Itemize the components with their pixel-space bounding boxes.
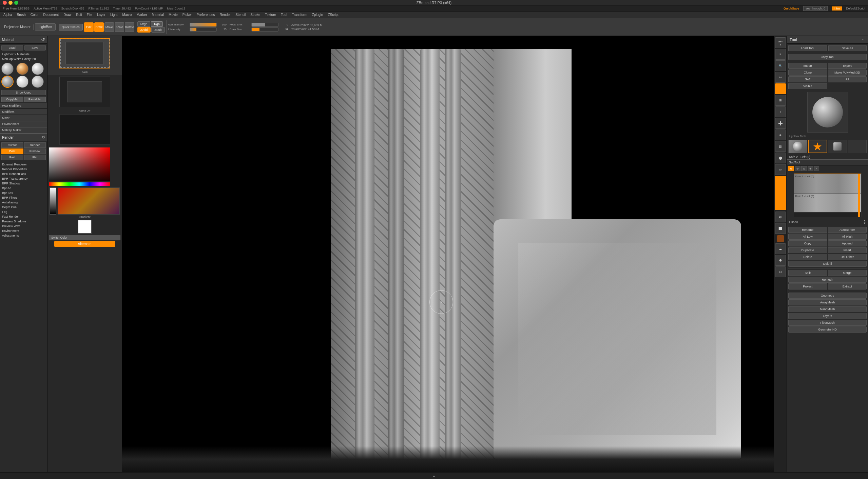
menu-document[interactable]: Document (41, 12, 61, 17)
subtool-item-2[interactable]: Knfe 2 - Left (0) (794, 194, 861, 213)
z-intensity-slider[interactable] (190, 27, 217, 32)
menu-texture[interactable]: Texture (263, 12, 278, 17)
show-used-btn[interactable]: Show Used (1, 90, 46, 95)
rgb-btn[interactable]: Rgb (151, 21, 163, 27)
rename-btn[interactable]: Rename (788, 227, 827, 233)
menu-tool[interactable]: Tool (279, 12, 289, 17)
scale-btn[interactable]: Scale (115, 22, 124, 32)
quick-sketch-btn[interactable]: Quick Sketch (59, 24, 83, 31)
material-save-btn[interactable]: Save (24, 45, 46, 51)
best-btn[interactable]: Best (1, 148, 23, 154)
all-low-btn[interactable]: All Low (788, 234, 827, 240)
del-other-btn[interactable]: Del Other (828, 254, 867, 260)
render-expand-icon[interactable]: ↺ (42, 135, 45, 140)
menu-stencil[interactable]: Stencil (233, 12, 248, 17)
delete-btn[interactable]: Delete (788, 254, 827, 260)
rotate-btn[interactable]: Rotate (125, 22, 134, 32)
tool-thumb-3[interactable] (828, 140, 847, 153)
preview-btn[interactable]: Preview (24, 148, 46, 154)
import-btn[interactable]: Import (788, 63, 827, 69)
quick-save[interactable]: QuickSave (784, 7, 799, 10)
copy-btn[interactable]: Copy (788, 240, 827, 246)
right-icon-10[interactable]: ▦ (775, 141, 786, 152)
subtool-item-1[interactable]: Knfe 2 - Left (0) (794, 174, 861, 194)
lightness-bar[interactable] (50, 187, 56, 215)
mrgb-btn[interactable]: Mrgb (137, 21, 151, 27)
alternate-btn[interactable]: Alternate (54, 241, 115, 247)
see-through[interactable]: see-through: 0 (803, 6, 828, 11)
extract-btn[interactable]: Extract (828, 283, 867, 290)
right-icon-8[interactable] (775, 118, 786, 129)
menu-stroke[interactable]: Stroke (248, 12, 262, 17)
geometry-btn[interactable]: Geometry (788, 293, 867, 299)
right-icon-11[interactable]: ⬤ (775, 153, 786, 163)
remesh-btn[interactable]: Remesh (788, 277, 867, 283)
menu-movie[interactable]: Movie (167, 12, 180, 17)
mat-sphere-1[interactable] (1, 63, 14, 75)
menu-zplugin[interactable]: Zplugin (310, 12, 325, 17)
right-icon-7[interactable]: ↕ (775, 106, 786, 117)
modifiers-section[interactable]: Modifiers (0, 109, 47, 115)
menu-preferences[interactable]: Preferences (195, 12, 217, 17)
fog[interactable]: Fog (0, 209, 47, 214)
right-icon-6[interactable]: ⊞ (775, 95, 786, 106)
projection-master-btn[interactable]: Projection Master (1, 24, 34, 30)
menu-macro[interactable]: Macro (120, 12, 134, 17)
right-icon-16[interactable]: ⊡ (775, 266, 786, 277)
subtool-toggle-5[interactable]: ≡ (814, 166, 819, 171)
menu-file[interactable]: File (85, 12, 94, 17)
preview-wax[interactable]: Preview Wax (0, 224, 47, 228)
adjustments[interactable]: Adjustments (0, 233, 47, 238)
menu-transform[interactable]: Transform (290, 12, 309, 17)
bpr-ao[interactable]: Bpr Ao (0, 186, 47, 191)
subtool-toggle-4[interactable]: ⊛ (808, 166, 813, 171)
duplicate-btn[interactable]: Duplicate (788, 247, 827, 253)
layers-btn[interactable]: Layers (788, 313, 867, 319)
material-expand-icon[interactable]: ↺ (41, 37, 45, 42)
append-btn[interactable]: Append (828, 240, 867, 246)
switch-color-btn[interactable]: SwitchColor (49, 235, 120, 240)
make-polymesh-btn[interactable]: Make PolyMesh3D (828, 69, 867, 76)
lightbox-materials-label[interactable]: Lightbox > Materials (0, 52, 47, 57)
bpr-transparency[interactable]: BPR Transparency (0, 176, 47, 181)
go2-btn[interactable]: Go2 (788, 76, 827, 82)
right-icon-zoom[interactable]: 🔍 (775, 60, 786, 71)
save-as-btn[interactable]: Save As (828, 45, 867, 51)
bpr-sos[interactable]: Bpr Sos (0, 191, 47, 195)
tool-thumb-1[interactable] (788, 140, 807, 153)
copy-tool-btn[interactable]: Copy Tool (788, 54, 867, 60)
right-icon-15[interactable]: ⬢ (775, 255, 786, 266)
focal-shift-slider[interactable] (251, 23, 278, 27)
split-btn[interactable]: Split (788, 270, 827, 276)
clone-btn[interactable]: Clone (788, 69, 827, 76)
color-area[interactable] (58, 187, 120, 215)
depth-cue[interactable]: Depth Cue (0, 205, 47, 209)
menu-marker[interactable]: Marker (134, 12, 149, 17)
second-canvas-thumb[interactable] (59, 77, 110, 107)
menu-draw[interactable]: Draw (61, 12, 73, 17)
maximize-button[interactable] (14, 1, 18, 5)
color-gradient[interactable] (49, 147, 110, 181)
export-btn[interactable]: Export (828, 63, 867, 69)
third-canvas-thumb[interactable] (59, 114, 110, 145)
right-icon-14[interactable]: ☁ (775, 243, 786, 254)
antialiasing[interactable]: Antialiasing (0, 200, 47, 205)
menu-layer[interactable]: Layer (95, 12, 108, 17)
mat-sphere-3[interactable] (32, 63, 44, 75)
color-indicator[interactable] (777, 235, 784, 242)
all-high-btn[interactable]: All High (828, 234, 867, 240)
menu-brush[interactable]: Brush (15, 12, 28, 17)
move-btn[interactable]: Move (104, 22, 114, 32)
copymat-btn[interactable]: CopyMat (1, 97, 23, 102)
wax-modifiers-section[interactable]: Wax Modifiers (0, 103, 47, 109)
main-canvas-thumb[interactable] (59, 38, 110, 68)
render-properties[interactable]: Render Properties (0, 167, 47, 172)
menu-light[interactable]: Light (108, 12, 120, 17)
material-load-btn[interactable]: Load (1, 45, 23, 51)
menu-material[interactable]: Material (150, 12, 166, 17)
subtool-toggle-2[interactable]: ⊘ (795, 166, 801, 171)
hue-bar[interactable] (49, 182, 110, 186)
del-all-btn[interactable]: Del All (788, 261, 867, 267)
geometry-hd-btn[interactable]: Geometry HD (788, 326, 867, 333)
right-icon-active[interactable] (775, 83, 786, 94)
